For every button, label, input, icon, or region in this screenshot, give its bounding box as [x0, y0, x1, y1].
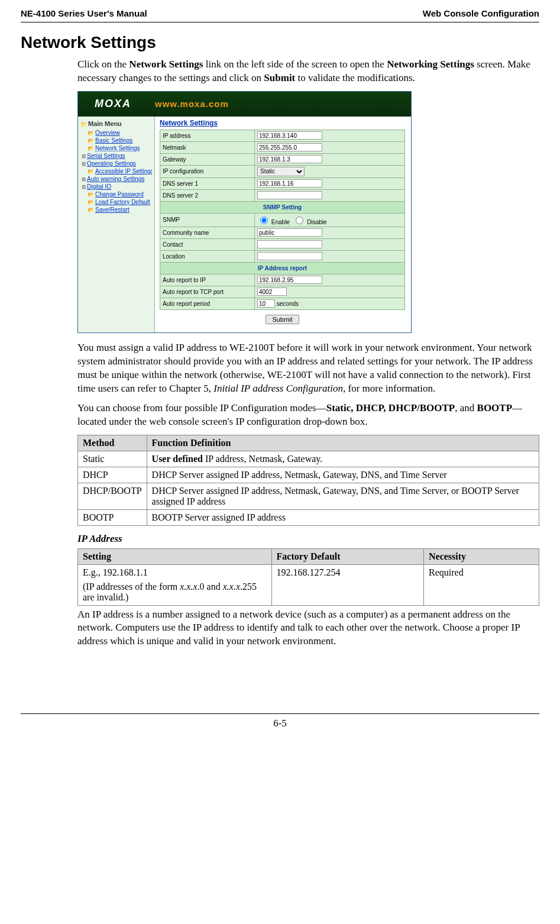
text: to validate the modifications.: [295, 72, 415, 83]
lbl-community: Community name: [160, 227, 255, 238]
text-italic: Initial IP address Configuration: [213, 383, 343, 394]
moxa-logo: MOXA: [95, 98, 131, 110]
header-rule: [21, 22, 539, 22]
input-auto-ip[interactable]: [257, 276, 322, 284]
paragraph-ip-assign: You must assign a valid IP address to WE…: [77, 341, 539, 396]
text-italic: x.x.x: [180, 581, 197, 592]
lbl-snmp: SNMP: [160, 213, 255, 227]
td-method-static: Static: [78, 451, 147, 467]
lbl-ip-address: IP address: [160, 130, 255, 141]
lbl-netmask: Netmask: [160, 141, 255, 153]
snmp-header: SNMP Setting: [160, 201, 405, 213]
lbl-location: Location: [160, 250, 255, 262]
seconds-label: seconds: [277, 301, 299, 307]
nav-serial-settings[interactable]: Serial Settings: [80, 152, 152, 160]
text: IP address, Netmask, Gateway.: [203, 454, 322, 464]
paragraph-ip-modes: You can choose from four possible IP Con…: [77, 402, 539, 429]
input-contact[interactable]: [257, 240, 322, 248]
ip-address-heading: IP Address: [77, 533, 539, 545]
setting-example: E.g., 192.168.1.1: [83, 567, 267, 578]
intro-paragraph-1: Click on the Network Settings link on th…: [77, 58, 539, 85]
input-gateway[interactable]: [257, 155, 322, 163]
input-dns2[interactable]: [257, 191, 322, 199]
shot-panel-title: Network Settings: [160, 119, 405, 127]
text: Click on the: [77, 59, 129, 70]
shot-form-table: IP address Netmask Gateway IP configurat…: [160, 130, 405, 310]
text: You can choose from four possible IP Con…: [77, 402, 326, 413]
ip-report-header: IP Address report: [160, 262, 405, 274]
text-bold: Network Settings: [129, 59, 203, 70]
lbl-ip-config: IP configuration: [160, 165, 255, 177]
text: (IP addresses of the form: [83, 581, 180, 592]
lbl-contact: Contact: [160, 238, 255, 250]
nav-digital-io[interactable]: Digital IO: [80, 183, 152, 190]
nav-accessible-ip[interactable]: Accessible IP Settings: [80, 167, 152, 175]
nav-save-restart[interactable]: Save/Restart: [80, 206, 152, 214]
th-setting: Setting: [78, 548, 272, 564]
radio-snmp-enable[interactable]: Enable: [257, 219, 290, 225]
td-method-dhcpbootp: DHCP/BOOTP: [78, 483, 147, 509]
td-def-dhcp: DHCP Server assigned IP address, Netmask…: [147, 467, 539, 483]
td-factory-default: 192.168.127.254: [271, 564, 423, 605]
nav-operating-settings[interactable]: Operating Settings: [80, 160, 152, 167]
nav-auto-warning[interactable]: Auto warning Settings: [80, 175, 152, 183]
select-ip-config[interactable]: Static: [257, 167, 305, 176]
main-menu-label: Main Menu: [80, 120, 152, 127]
text: , for more information.: [343, 383, 435, 394]
lbl-dns1: DNS server 1: [160, 177, 255, 189]
page-footer: 6-5: [21, 713, 539, 729]
text-bold: Submit: [264, 72, 295, 83]
header-left: NE-4100 Series User's Manual: [21, 8, 147, 18]
td-def-dhcpbootp: DHCP Server assigned IP address, Netmask…: [147, 483, 539, 509]
embedded-screenshot: MOXA www.moxa.com Main Menu Overview Bas…: [77, 91, 412, 333]
text-bold: Networking Settings: [387, 59, 474, 70]
paragraph-ip-explain: An IP address is a number assigned to a …: [77, 608, 539, 649]
shot-header: MOXA www.moxa.com: [78, 92, 411, 117]
moxa-url: www.moxa.com: [155, 99, 229, 109]
th-necessity: Necessity: [423, 548, 539, 564]
header-right: Web Console Configuration: [423, 8, 539, 18]
input-auto-port[interactable]: [257, 287, 287, 296]
section-title: Network Settings: [21, 33, 539, 52]
nav-change-password[interactable]: Change Password: [80, 190, 152, 198]
th-factory-default: Factory Default: [271, 548, 423, 564]
radio-snmp-disable[interactable]: Disable: [293, 219, 326, 225]
input-ip-address[interactable]: [257, 131, 322, 140]
text-bold: Static, DHCP, DHCP/BOOTP: [326, 402, 455, 413]
input-dns1[interactable]: [257, 179, 322, 188]
td-method-dhcp: DHCP: [78, 467, 147, 483]
text-bold: BOOTP: [477, 402, 513, 413]
input-auto-period[interactable]: [257, 299, 275, 308]
ip-address-table: Setting Factory Default Necessity E.g., …: [77, 548, 539, 606]
td-def-static: User defined IP address, Netmask, Gatewa…: [147, 451, 539, 467]
text: .0 and: [198, 581, 223, 592]
td-necessity: Required: [423, 564, 539, 605]
methods-table: Method Function Definition Static User d…: [77, 435, 539, 526]
text: , and: [455, 402, 477, 413]
input-netmask[interactable]: [257, 143, 322, 151]
submit-button[interactable]: Submit: [266, 315, 299, 324]
nav-basic-settings[interactable]: Basic Settings: [80, 137, 152, 144]
setting-note: (IP addresses of the form x.x.x.0 and x.…: [83, 581, 267, 603]
lbl-auto-port: Auto report to TCP port: [160, 286, 255, 298]
nav-load-factory-default[interactable]: Load Factory Default: [80, 198, 152, 206]
td-method-bootp: BOOTP: [78, 509, 147, 525]
th-method: Method: [78, 435, 147, 451]
input-location[interactable]: [257, 252, 322, 260]
input-community[interactable]: [257, 228, 322, 237]
text-italic: x.x.x: [223, 581, 240, 592]
td-setting: E.g., 192.168.1.1 (IP addresses of the f…: [78, 564, 272, 605]
page-header: NE-4100 Series User's Manual Web Console…: [21, 0, 539, 22]
text: link on the left side of the screen to o…: [203, 59, 387, 70]
th-function: Function Definition: [147, 435, 539, 451]
lbl-gateway: Gateway: [160, 153, 255, 165]
lbl-dns2: DNS server 2: [160, 189, 255, 201]
lbl-auto-ip: Auto report to IP: [160, 274, 255, 286]
nav-overview[interactable]: Overview: [80, 129, 152, 137]
shot-main: Network Settings IP address Netmask Gate…: [155, 117, 411, 332]
td-def-bootp: BOOTP Server assigned IP address: [147, 509, 539, 525]
shot-sidebar: Main Menu Overview Basic Settings Networ…: [78, 117, 155, 332]
text-bold: User defined: [152, 454, 203, 464]
nav-network-settings[interactable]: Network Settings: [80, 144, 152, 152]
lbl-auto-period: Auto report period: [160, 298, 255, 309]
